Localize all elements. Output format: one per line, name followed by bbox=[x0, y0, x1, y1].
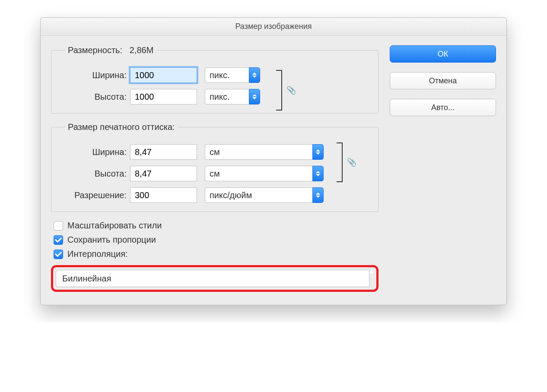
pixel-height-unit-select[interactable]: пикс. bbox=[205, 89, 260, 104]
resample-label: Интерполяция: bbox=[67, 249, 128, 259]
print-link-constraint: 📎 bbox=[337, 141, 354, 184]
stepper-icon bbox=[312, 187, 324, 203]
scale-styles-label: Масштабировать стили bbox=[67, 221, 162, 231]
chain-icon: 📎 bbox=[286, 85, 296, 95]
stepper-icon bbox=[312, 166, 324, 181]
print-size-legend: Размер печатного оттиска: bbox=[65, 122, 178, 132]
resolution-label: Разрешение: bbox=[61, 190, 130, 200]
pixel-link-constraint: 📎 bbox=[276, 68, 293, 112]
pixel-dimensions-group: Размерность: 2,86M Ширина: пикс. Высота: bbox=[51, 45, 378, 114]
print-height-label: Высота: bbox=[61, 169, 130, 179]
dialog-titlebar: Размер изображения bbox=[41, 18, 506, 36]
scale-styles-checkbox[interactable] bbox=[54, 221, 63, 231]
auto-button[interactable]: Авто... bbox=[390, 99, 496, 116]
interpolation-select[interactable]: Билинейная bbox=[56, 270, 374, 287]
dialog-title: Размер изображения bbox=[235, 22, 312, 31]
constrain-proportions-checkbox[interactable] bbox=[54, 235, 63, 245]
stepper-icon bbox=[369, 270, 374, 287]
print-width-unit-value: см bbox=[205, 144, 312, 160]
interpolation-highlight: Билинейная bbox=[51, 265, 378, 292]
interpolation-value: Билинейная bbox=[56, 270, 369, 287]
chain-icon: 📎 bbox=[347, 158, 356, 167]
pixel-height-label: Высота: bbox=[61, 92, 130, 102]
print-size-group: Размер печатного оттиска: Ширина: см Выс… bbox=[51, 122, 378, 212]
resolution-unit-value: пикс/дюйм bbox=[205, 187, 312, 203]
pixel-height-unit-value: пикс. bbox=[205, 89, 249, 104]
pixel-height-input[interactable] bbox=[130, 89, 197, 104]
stepper-icon bbox=[249, 67, 260, 83]
stepper-icon bbox=[249, 89, 260, 104]
resample-checkbox[interactable] bbox=[54, 250, 63, 259]
ok-button[interactable]: ОК bbox=[390, 45, 496, 63]
constrain-proportions-label: Сохранить пропорции bbox=[67, 235, 156, 245]
pixel-width-unit-value: пикс. bbox=[205, 67, 249, 83]
print-height-unit-select[interactable]: см bbox=[205, 166, 324, 181]
print-width-input[interactable] bbox=[130, 144, 197, 160]
resolution-input[interactable] bbox=[130, 187, 197, 203]
pixel-dimensions-legend: Размерность: 2,86M bbox=[65, 45, 156, 55]
cancel-button[interactable]: Отмена bbox=[390, 72, 496, 89]
image-size-dialog: Размер изображения Размерность: 2,86M Ши… bbox=[40, 17, 507, 305]
resolution-unit-select[interactable]: пикс/дюйм bbox=[205, 187, 324, 203]
stepper-icon bbox=[312, 144, 324, 160]
pixel-width-input[interactable] bbox=[130, 67, 197, 83]
pixel-legend-prefix: Размерность: bbox=[68, 45, 122, 55]
pixel-width-unit-select[interactable]: пикс. bbox=[205, 67, 260, 83]
print-height-input[interactable] bbox=[130, 166, 197, 181]
print-width-label: Ширина: bbox=[61, 147, 130, 157]
print-height-unit-value: см bbox=[205, 166, 312, 181]
pixel-width-label: Ширина: bbox=[61, 70, 130, 80]
print-width-unit-select[interactable]: см bbox=[205, 144, 324, 160]
pixel-legend-value: 2,86M bbox=[130, 45, 154, 55]
